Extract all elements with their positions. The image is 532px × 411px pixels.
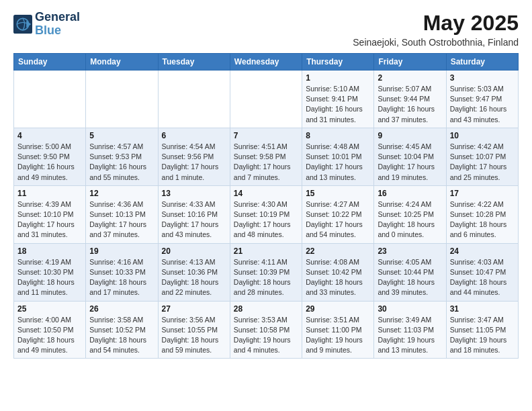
calendar-empty-cell	[86, 71, 158, 128]
day-info: Sunrise: 4:54 AM Sunset: 9:56 PM Dayligh…	[162, 142, 226, 183]
calendar-day-26: 26Sunrise: 3:58 AM Sunset: 10:52 PM Dayl…	[86, 301, 158, 359]
calendar-day-30: 30Sunrise: 3:49 AM Sunset: 11:03 PM Dayl…	[374, 301, 446, 359]
day-number: 23	[378, 246, 442, 256]
day-number: 26	[89, 304, 154, 314]
day-number: 27	[162, 304, 226, 314]
page: General Blue May 2025 Seinaejoki, South …	[0, 0, 532, 369]
calendar-week-row: 1Sunrise: 5:10 AM Sunset: 9:41 PM Daylig…	[14, 71, 519, 128]
day-number: 16	[378, 189, 442, 198]
weekday-header-tuesday: Tuesday	[158, 54, 230, 71]
weekday-header-monday: Monday	[86, 54, 158, 71]
day-info: Sunrise: 3:53 AM Sunset: 10:58 PM Daylig…	[234, 315, 298, 356]
day-number: 11	[17, 189, 82, 198]
day-number: 4	[17, 131, 82, 140]
calendar-day-29: 29Sunrise: 3:51 AM Sunset: 11:00 PM Dayl…	[302, 301, 374, 359]
calendar-day-20: 20Sunrise: 4:13 AM Sunset: 10:36 PM Dayl…	[158, 243, 230, 301]
day-number: 14	[234, 189, 298, 198]
calendar-day-18: 18Sunrise: 4:19 AM Sunset: 10:30 PM Dayl…	[14, 243, 86, 301]
day-info: Sunrise: 4:33 AM Sunset: 10:16 PM Daylig…	[162, 199, 226, 240]
calendar-day-12: 12Sunrise: 4:36 AM Sunset: 10:13 PM Dayl…	[86, 185, 158, 243]
day-info: Sunrise: 3:49 AM Sunset: 11:03 PM Daylig…	[378, 315, 442, 356]
day-info: Sunrise: 4:27 AM Sunset: 10:22 PM Daylig…	[306, 199, 370, 240]
weekday-header-sunday: Sunday	[14, 54, 86, 71]
calendar-day-21: 21Sunrise: 4:11 AM Sunset: 10:39 PM Dayl…	[230, 243, 302, 301]
day-number: 3	[450, 73, 515, 83]
weekday-header-friday: Friday	[374, 54, 446, 71]
calendar-day-19: 19Sunrise: 4:16 AM Sunset: 10:33 PM Dayl…	[86, 243, 158, 301]
day-number: 17	[450, 189, 515, 198]
day-info: Sunrise: 5:03 AM Sunset: 9:47 PM Dayligh…	[450, 84, 515, 125]
calendar-day-5: 5Sunrise: 4:57 AM Sunset: 9:53 PM Daylig…	[86, 128, 158, 185]
day-number: 28	[234, 304, 298, 314]
title-block: May 2025 Seinaejoki, South Ostrobothnia,…	[353, 11, 519, 48]
day-number: 22	[306, 246, 370, 256]
day-number: 7	[234, 131, 298, 140]
calendar-day-28: 28Sunrise: 3:53 AM Sunset: 10:58 PM Dayl…	[230, 301, 302, 359]
calendar: SundayMondayTuesdayWednesdayThursdayFrid…	[13, 53, 519, 359]
calendar-day-1: 1Sunrise: 5:10 AM Sunset: 9:41 PM Daylig…	[302, 71, 374, 128]
day-number: 10	[450, 131, 515, 140]
calendar-week-row: 18Sunrise: 4:19 AM Sunset: 10:30 PM Dayl…	[14, 243, 519, 301]
day-info: Sunrise: 3:58 AM Sunset: 10:52 PM Daylig…	[89, 315, 154, 356]
day-number: 8	[306, 131, 370, 140]
day-number: 18	[17, 246, 82, 256]
calendar-day-9: 9Sunrise: 4:45 AM Sunset: 10:04 PM Dayli…	[374, 128, 446, 185]
day-number: 20	[162, 246, 226, 256]
day-number: 29	[306, 304, 370, 314]
day-info: Sunrise: 3:51 AM Sunset: 11:00 PM Daylig…	[306, 315, 370, 356]
main-title: May 2025	[353, 11, 519, 36]
calendar-day-16: 16Sunrise: 4:24 AM Sunset: 10:25 PM Dayl…	[374, 185, 446, 243]
day-number: 1	[306, 73, 370, 83]
day-info: Sunrise: 5:07 AM Sunset: 9:44 PM Dayligh…	[378, 84, 442, 125]
day-info: Sunrise: 4:30 AM Sunset: 10:19 PM Daylig…	[234, 199, 298, 240]
day-info: Sunrise: 4:24 AM Sunset: 10:25 PM Daylig…	[378, 199, 442, 240]
day-info: Sunrise: 4:22 AM Sunset: 10:28 PM Daylig…	[450, 199, 515, 240]
calendar-week-row: 11Sunrise: 4:39 AM Sunset: 10:10 PM Dayl…	[14, 185, 519, 243]
day-number: 25	[17, 304, 82, 314]
calendar-week-row: 25Sunrise: 4:00 AM Sunset: 10:50 PM Dayl…	[14, 301, 519, 359]
day-info: Sunrise: 3:56 AM Sunset: 10:55 PM Daylig…	[162, 315, 226, 356]
calendar-day-14: 14Sunrise: 4:30 AM Sunset: 10:19 PM Dayl…	[230, 185, 302, 243]
day-info: Sunrise: 4:11 AM Sunset: 10:39 PM Daylig…	[234, 257, 298, 298]
day-info: Sunrise: 4:16 AM Sunset: 10:33 PM Daylig…	[89, 257, 154, 298]
calendar-day-24: 24Sunrise: 4:03 AM Sunset: 10:47 PM Dayl…	[446, 243, 518, 301]
day-info: Sunrise: 4:57 AM Sunset: 9:53 PM Dayligh…	[89, 142, 154, 183]
day-info: Sunrise: 4:05 AM Sunset: 10:44 PM Daylig…	[378, 257, 442, 298]
calendar-day-13: 13Sunrise: 4:33 AM Sunset: 10:16 PM Dayl…	[158, 185, 230, 243]
calendar-day-8: 8Sunrise: 4:48 AM Sunset: 10:01 PM Dayli…	[302, 128, 374, 185]
day-info: Sunrise: 4:03 AM Sunset: 10:47 PM Daylig…	[450, 257, 515, 298]
day-number: 24	[450, 246, 515, 256]
logo-icon	[13, 15, 32, 34]
calendar-day-4: 4Sunrise: 5:00 AM Sunset: 9:50 PM Daylig…	[14, 128, 86, 185]
day-info: Sunrise: 4:45 AM Sunset: 10:04 PM Daylig…	[378, 142, 442, 183]
calendar-day-11: 11Sunrise: 4:39 AM Sunset: 10:10 PM Dayl…	[14, 185, 86, 243]
day-number: 12	[89, 189, 154, 198]
calendar-header-row: SundayMondayTuesdayWednesdayThursdayFrid…	[14, 54, 519, 71]
calendar-day-7: 7Sunrise: 4:51 AM Sunset: 9:58 PM Daylig…	[230, 128, 302, 185]
day-info: Sunrise: 4:48 AM Sunset: 10:01 PM Daylig…	[306, 142, 370, 183]
header: General Blue May 2025 Seinaejoki, South …	[13, 11, 519, 48]
day-number: 19	[89, 246, 154, 256]
calendar-empty-cell	[230, 71, 302, 128]
logo-text: General Blue	[35, 11, 80, 38]
calendar-day-15: 15Sunrise: 4:27 AM Sunset: 10:22 PM Dayl…	[302, 185, 374, 243]
day-number: 21	[234, 246, 298, 256]
day-info: Sunrise: 4:13 AM Sunset: 10:36 PM Daylig…	[162, 257, 226, 298]
weekday-header-saturday: Saturday	[446, 54, 518, 71]
weekday-header-thursday: Thursday	[302, 54, 374, 71]
day-info: Sunrise: 4:00 AM Sunset: 10:50 PM Daylig…	[17, 315, 82, 356]
calendar-day-2: 2Sunrise: 5:07 AM Sunset: 9:44 PM Daylig…	[374, 71, 446, 128]
calendar-day-10: 10Sunrise: 4:42 AM Sunset: 10:07 PM Dayl…	[446, 128, 518, 185]
weekday-header-wednesday: Wednesday	[230, 54, 302, 71]
day-number: 31	[450, 304, 515, 314]
day-info: Sunrise: 4:42 AM Sunset: 10:07 PM Daylig…	[450, 142, 515, 183]
day-number: 30	[378, 304, 442, 314]
calendar-empty-cell	[158, 71, 230, 128]
calendar-day-6: 6Sunrise: 4:54 AM Sunset: 9:56 PM Daylig…	[158, 128, 230, 185]
subtitle: Seinaejoki, South Ostrobothnia, Finland	[353, 37, 519, 48]
day-info: Sunrise: 4:08 AM Sunset: 10:42 PM Daylig…	[306, 257, 370, 298]
day-number: 2	[378, 73, 442, 83]
calendar-day-23: 23Sunrise: 4:05 AM Sunset: 10:44 PM Dayl…	[374, 243, 446, 301]
day-info: Sunrise: 4:19 AM Sunset: 10:30 PM Daylig…	[17, 257, 82, 298]
calendar-day-17: 17Sunrise: 4:22 AM Sunset: 10:28 PM Dayl…	[446, 185, 518, 243]
